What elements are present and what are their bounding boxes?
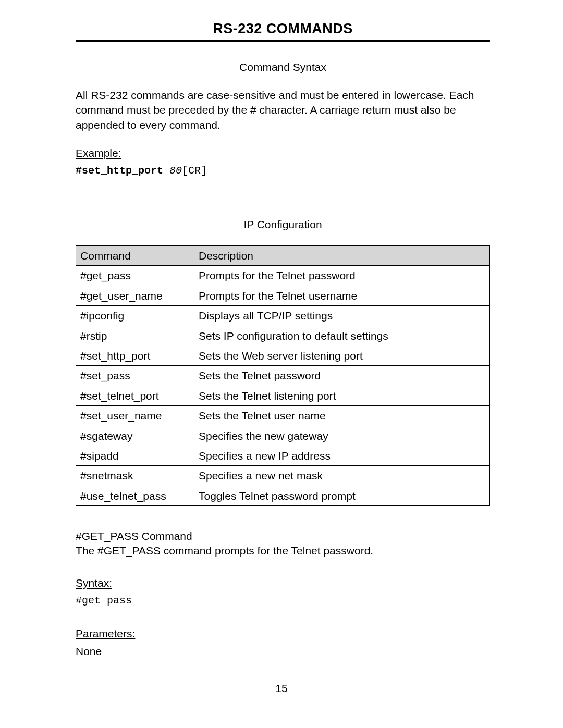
- table-cell-desc: Sets the Web server listening port: [194, 346, 490, 365]
- table-cell-desc: Speciﬁes a new net mask: [194, 466, 490, 486]
- table-cell-cmd: #sgateway: [76, 426, 194, 446]
- table-cell-desc: Toggles Telnet password prompt: [194, 486, 490, 505]
- command-syntax-heading: Command Syntax: [76, 61, 490, 73]
- get-pass-heading: #GET_PASS Command: [76, 530, 490, 542]
- table-cell-cmd: #get_user_name: [76, 286, 194, 305]
- table-cell-cmd: #snetmask: [76, 466, 194, 486]
- table-row: #snetmaskSpeciﬁes a new net mask: [76, 466, 490, 486]
- table-cell-cmd: #rstip: [76, 326, 194, 346]
- page-title: RS-232 COMMANDS: [76, 21, 490, 40]
- table-row: #sgatewaySpeciﬁes the new gateway: [76, 426, 490, 446]
- table-cell-cmd: #get_pass: [76, 266, 194, 286]
- table-cell-desc: Displays all TCP/IP settings: [194, 306, 490, 326]
- table-row: #set_http_portSets the Web server listen…: [76, 346, 490, 365]
- table-header-command: Command: [76, 246, 194, 266]
- example-cmd: #set_http_port: [76, 165, 163, 177]
- table-row: #set_telnet_portSets the Telnet listenin…: [76, 386, 490, 405]
- table-cell-cmd: #set_http_port: [76, 346, 194, 365]
- command-syntax-intro: All RS-232 commands are case-sensitive a…: [76, 88, 490, 132]
- syntax-code: #get_pass: [76, 595, 490, 607]
- table-cell-cmd: #ipconﬁg: [76, 306, 194, 326]
- table-cell-cmd: #set_user_name: [76, 406, 194, 426]
- title-rule: [76, 40, 490, 42]
- table-cell-desc: Speciﬁes the new gateway: [194, 426, 490, 446]
- table-cell-cmd: #sipadd: [76, 446, 194, 465]
- table-cell-desc: Prompts for the Telnet password: [194, 266, 490, 286]
- page-number: 15: [0, 682, 563, 695]
- table-cell-desc: Sets the Telnet user name: [194, 406, 490, 426]
- parameters-label: Parameters:: [76, 627, 490, 640]
- get-pass-description: The #GET_PASS command prompts for the Te…: [76, 545, 490, 557]
- parameters-value: None: [76, 645, 490, 658]
- table-header-row: Command Description: [76, 246, 490, 266]
- example-cr: [CR]: [182, 165, 207, 177]
- table-cell-cmd: #set_telnet_port: [76, 386, 194, 405]
- table-cell-desc: Sets the Telnet listening port: [194, 386, 490, 405]
- table-cell-desc: Sets IP conﬁguration to default settings: [194, 326, 490, 346]
- table-row: #set_passSets the Telnet password: [76, 366, 490, 386]
- example-label: Example:: [76, 147, 490, 159]
- ip-config-table: Command Description #get_passPrompts for…: [76, 245, 490, 506]
- ip-config-heading: IP Conﬁguration: [76, 218, 490, 231]
- example-arg: 80: [169, 165, 182, 177]
- table-row: #get_user_namePrompts for the Telnet use…: [76, 286, 490, 305]
- table-row: #set_user_nameSets the Telnet user name: [76, 406, 490, 426]
- table-cell-desc: Speciﬁes a new IP address: [194, 446, 490, 465]
- table-row: #ipconﬁgDisplays all TCP/IP settings: [76, 306, 490, 326]
- table-header-description: Description: [194, 246, 490, 266]
- table-row: #sipaddSpeciﬁes a new IP address: [76, 446, 490, 465]
- table-cell-cmd: #set_pass: [76, 366, 194, 386]
- table-row: #get_passPrompts for the Telnet password: [76, 266, 490, 286]
- example-code: #set_http_port 80[CR]: [76, 165, 490, 177]
- document-page: RS-232 COMMANDS Command Syntax All RS-23…: [0, 0, 563, 728]
- table-cell-desc: Sets the Telnet password: [194, 366, 490, 386]
- table-row: #rstipSets IP conﬁguration to default se…: [76, 326, 490, 346]
- table-cell-desc: Prompts for the Telnet username: [194, 286, 490, 305]
- table-cell-cmd: #use_telnet_pass: [76, 486, 194, 505]
- syntax-label: Syntax:: [76, 577, 490, 589]
- table-row: #use_telnet_passToggles Telnet password …: [76, 486, 490, 505]
